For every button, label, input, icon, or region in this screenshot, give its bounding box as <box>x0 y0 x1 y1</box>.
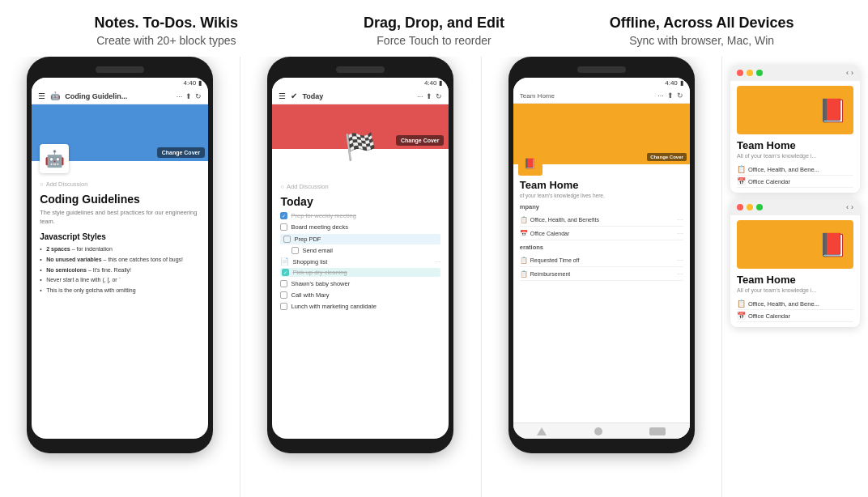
minimize-btn-2[interactable] <box>747 204 753 210</box>
todo-text-4: Send email <box>302 247 333 254</box>
more-dots[interactable]: ··· <box>435 257 441 265</box>
phone1-add-discussion[interactable]: ○ Add Discussion <box>40 181 200 188</box>
bubble-icon: ○ <box>40 181 44 188</box>
window2-titlebar: ‹ › <box>730 199 860 215</box>
phone3-time: 4:40 <box>665 79 678 87</box>
todo-5[interactable]: ✓ Pick up dry cleaning <box>280 268 440 277</box>
desktop-item-icon-2: 📅 <box>737 177 746 185</box>
change-cover-button[interactable]: Change Cover <box>157 147 205 158</box>
desktop-item-1[interactable]: 📋 Office, Health, and Bene... <box>737 164 853 176</box>
team-item-4[interactable]: 📋 Reimbursement ··· <box>520 267 683 281</box>
desktop-item-2[interactable]: 📅 Office Calendar <box>737 176 853 188</box>
menu-icon-2[interactable]: ☰ <box>279 91 286 100</box>
more-icon[interactable]: ··· <box>177 92 183 100</box>
bullet-1: 2 spaces – for indentation <box>40 245 200 253</box>
todo-8[interactable]: Lunch with marketing candidate <box>280 302 440 311</box>
team-item-1[interactable]: 📋 Office, Health, and Benefits ··· <box>520 213 683 227</box>
back-arrow-1[interactable]: ‹ <box>846 69 849 77</box>
checkbox-2[interactable] <box>280 223 287 231</box>
more-dots-3[interactable]: ··· <box>677 256 683 264</box>
menu-icon[interactable]: ☰ <box>38 91 45 100</box>
window2-title: Team Home <box>737 274 853 286</box>
phone3-doc-title: Team Home <box>520 179 683 191</box>
share-icon-2[interactable]: ⬆ <box>426 92 432 100</box>
refresh-icon-3[interactable]: ↻ <box>677 91 683 100</box>
checkbox-7[interactable] <box>280 291 287 299</box>
phone1-robot-mini: 🤖 <box>50 91 60 100</box>
team-item-text-3: Requested Time off <box>530 257 580 263</box>
todo-3[interactable]: Prep PDF <box>280 234 440 244</box>
refresh-icon[interactable]: ↻ <box>195 92 202 100</box>
phone2-nav-icons: ··· ⬆ ↻ <box>417 92 443 100</box>
desktop-item-text-2: Office Calendar <box>748 178 853 185</box>
close-btn-2[interactable] <box>737 204 743 210</box>
home-btn[interactable] <box>594 427 602 435</box>
desktop-item-3[interactable]: 📋 Office, Health, and Bene... <box>737 298 853 310</box>
phone2-frame: 4:40 ▮ ☰ ✔ Today ··· ⬆ ↻ 🏁 <box>267 57 453 453</box>
fwd-arrow-2[interactable]: › <box>851 203 853 211</box>
shopping-list-item[interactable]: 📄 Shopping list ··· <box>280 257 440 265</box>
desktop-item-text-1: Office, Health, and Bene... <box>748 166 853 173</box>
checkbox-4[interactable] <box>291 247 299 254</box>
shopping-text: Shopping list <box>292 258 327 265</box>
phone2-status-bar: 4:40 ▮ <box>272 78 449 88</box>
back-btn[interactable] <box>537 427 547 435</box>
phone2-doc-title: Today <box>280 195 440 208</box>
checkbox-5[interactable]: ✓ <box>282 269 289 276</box>
phone2-screen: 4:40 ▮ ☰ ✔ Today ··· ⬆ ↻ 🏁 <box>272 78 449 439</box>
todo-1[interactable]: ✓ Prep for weekly meeting <box>280 211 440 220</box>
team-home-label: Team Home <box>520 92 555 100</box>
col1-subtitle: Create with 20+ block types <box>32 34 300 47</box>
maximize-btn-2[interactable] <box>756 204 763 210</box>
team-section-2: erations <box>520 244 683 251</box>
checkbox-6[interactable] <box>280 280 287 287</box>
close-btn-1[interactable] <box>737 70 743 76</box>
phone2-notch <box>336 66 385 73</box>
phone1-nav-title: Coding Guidelin... <box>65 92 171 100</box>
window2-nav-arrows: ‹ › <box>846 203 853 211</box>
share-icon[interactable]: ⬆ <box>185 92 192 100</box>
phone2-panel: 4:40 ▮ ☰ ✔ Today ··· ⬆ ↻ 🏁 <box>240 57 480 497</box>
bullet-5: This is the only gotcha with omitting <box>40 287 200 295</box>
phone2-add-discussion[interactable]: ○ Add Discussion <box>280 183 440 190</box>
bubble-icon-2: ○ <box>280 183 284 190</box>
more-icon-3[interactable]: ··· <box>657 91 664 100</box>
more-dots-1[interactable]: ··· <box>677 215 683 223</box>
checkbox-1[interactable]: ✓ <box>280 212 287 219</box>
todo-6[interactable]: Shawn's baby shower <box>280 279 440 288</box>
change-cover-button-3[interactable]: Change Cover <box>647 153 687 161</box>
phone1-cover: 🤖 Change Cover <box>32 104 208 161</box>
maximize-btn-1[interactable] <box>756 70 763 76</box>
phone3-panel: 4:40 ▮ Team Home ··· ⬆ ↻ 📕 <box>482 57 721 497</box>
phone1-status-bar: 4:40 ▮ <box>32 78 208 88</box>
minimize-btn-1[interactable] <box>747 70 753 76</box>
change-cover-button-2[interactable]: Change Cover <box>396 135 444 146</box>
window1-desc: All of your team's knowledge i... <box>737 153 853 159</box>
more-icon-2[interactable]: ··· <box>417 92 423 100</box>
todo-4[interactable]: Send email <box>280 246 440 255</box>
refresh-icon-2[interactable]: ↻ <box>436 92 442 100</box>
todo-text-7: Call with Mary <box>291 291 329 299</box>
team-item-2[interactable]: 📅 Office Calendar ··· <box>520 227 683 240</box>
window2-desc: All of your team's knowledge i... <box>737 287 853 293</box>
fwd-arrow-1[interactable]: › <box>851 69 853 77</box>
team-item-3[interactable]: 📋 Requested Time off ··· <box>520 253 683 267</box>
checkbox-3[interactable] <box>283 236 291 243</box>
more-dots-2[interactable]: ··· <box>677 229 683 237</box>
team-item-text-2: Office Calendar <box>530 231 570 236</box>
share-icon-3[interactable]: ⬆ <box>667 91 674 100</box>
main-content: 4:40 ▮ ☰ 🤖 Coding Guidelin... ··· ⬆ ↻ <box>0 57 868 497</box>
cover-thumbnail: 📕 <box>518 151 542 176</box>
desktop-item-icon-3: 📋 <box>737 299 746 308</box>
more-dots-4[interactable]: ··· <box>677 270 683 278</box>
desktop-item-4[interactable]: 📅 Office Calendar <box>737 310 853 322</box>
phone3-bottom-bar <box>513 423 690 439</box>
todo-7[interactable]: Call with Mary <box>280 291 440 299</box>
phone2-content: ○ Add Discussion Today ✓ Prep for weekly… <box>272 164 449 318</box>
todo-2[interactable]: Board meeting decks <box>280 223 440 232</box>
back-arrow-2[interactable]: ‹ <box>846 203 849 211</box>
phone3-cover: 📕 Change Cover <box>513 104 690 164</box>
checkbox-8[interactable] <box>280 303 287 310</box>
recents-btn[interactable] <box>649 427 666 435</box>
col1-title: Notes. To-Dos. Wikis <box>32 15 300 32</box>
